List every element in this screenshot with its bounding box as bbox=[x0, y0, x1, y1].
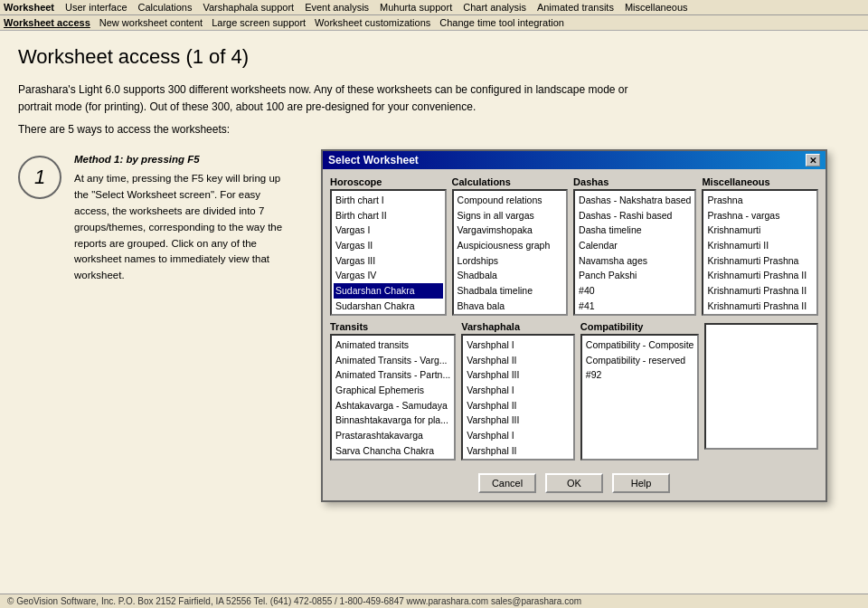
list-item[interactable]: Sudarshan Chakra bbox=[334, 283, 443, 299]
method-description: At any time, pressing the F5 key will br… bbox=[74, 171, 289, 284]
list-item[interactable]: Dasha timeline bbox=[577, 223, 693, 238]
list-item[interactable]: Prashna bbox=[705, 193, 815, 208]
list-item[interactable]: Bhava bala bbox=[456, 299, 565, 314]
list-item[interactable]: Krishnamurti II bbox=[705, 238, 815, 253]
list-item[interactable]: Vargas IV bbox=[334, 268, 443, 283]
calculations-header: Calculations bbox=[452, 176, 569, 187]
list-item[interactable]: Animated Transits - Varg... bbox=[334, 353, 452, 368]
menu-event-analysis[interactable]: Event analysis bbox=[305, 2, 369, 13]
method-text: Method 1: by pressing F5 At any time, pr… bbox=[74, 152, 289, 285]
dashas-column: Dashas Dashas - Nakshatra basedDashas - … bbox=[573, 176, 696, 316]
submenu-worksheet-access[interactable]: Worksheet access bbox=[4, 17, 90, 28]
compatibility-listbox[interactable]: Compatibility - CompositeCompatibility -… bbox=[580, 334, 700, 461]
menu-chart-analysis[interactable]: Chart analysis bbox=[463, 2, 526, 13]
list-item[interactable]: Compound relations bbox=[456, 193, 565, 208]
list-item[interactable]: Shadbala timeline bbox=[456, 283, 565, 299]
list-item[interactable]: Birth chart II bbox=[334, 208, 443, 223]
varshaphala-listbox[interactable]: Varshphal IVarshphal IIVarshphal IIIVars… bbox=[461, 334, 575, 461]
menu-varshaphala[interactable]: Varshaphala support bbox=[203, 2, 294, 13]
list-item[interactable]: Krishnamurti bbox=[705, 223, 815, 238]
list-item[interactable]: Graphical Ephemeris bbox=[334, 383, 452, 398]
menu-muhurta[interactable]: Muhurta support bbox=[380, 2, 452, 13]
list-item[interactable]: Varshphal III bbox=[465, 413, 571, 428]
menu-user-interface[interactable]: User interface bbox=[65, 2, 127, 13]
list-item[interactable]: Binnashtakavarga for pla... bbox=[334, 413, 452, 428]
list-item[interactable]: Krishnamurti Prashna II bbox=[705, 299, 815, 314]
list-item[interactable]: Animated transits bbox=[334, 337, 452, 353]
list-item[interactable]: Calendar bbox=[577, 238, 693, 253]
list-item[interactable]: Vargas I bbox=[334, 223, 443, 238]
miscellaneous-listbox[interactable]: PrashnaPrashna - vargasKrishnamurtiKrish… bbox=[702, 189, 818, 316]
transits-listbox[interactable]: Animated transitsAnimated Transits - Var… bbox=[330, 334, 456, 461]
dialog-title: Select Worksheet bbox=[328, 154, 419, 166]
list-item[interactable]: Dashas - Nakshatra based bbox=[577, 193, 693, 208]
list-item[interactable]: Krishnamurti Prashna bbox=[705, 253, 815, 269]
dashas-header: Dashas bbox=[573, 176, 696, 187]
list-item[interactable]: Varshphal I bbox=[465, 428, 571, 443]
intro-paragraph-2: There are 5 ways to access the worksheet… bbox=[18, 121, 651, 138]
dialog-titlebar: Select Worksheet ✕ bbox=[323, 151, 826, 169]
sub-menu-bar: Worksheet access New worksheet content L… bbox=[0, 15, 868, 31]
miscellaneous-column: Miscellaneous PrashnaPrashna - vargasKri… bbox=[702, 176, 818, 316]
list-item[interactable]: Sarva Chancha Chakra bbox=[334, 443, 452, 459]
varshaphala-column: Varshaphala Varshphal IVarshphal IIVarsh… bbox=[461, 321, 575, 461]
list-item[interactable]: Birth chart I bbox=[334, 193, 443, 208]
help-button[interactable]: Help bbox=[612, 473, 670, 493]
list-item[interactable]: Animated Transits - Partn... bbox=[334, 367, 452, 383]
list-item[interactable]: Navamsha ages bbox=[577, 253, 693, 269]
list-item[interactable]: Ashtakavarga - Samudaya bbox=[334, 398, 452, 413]
submenu-change-time[interactable]: Change time tool integration bbox=[439, 17, 564, 28]
dialog-buttons: Cancel OK Help bbox=[330, 468, 818, 493]
list-item[interactable]: Panch Pakshi bbox=[577, 268, 693, 283]
list-item[interactable]: Compatibility - Composite bbox=[584, 337, 696, 353]
varshaphala-header: Varshaphala bbox=[461, 321, 575, 332]
list-item[interactable]: Varshphal I bbox=[465, 383, 571, 398]
list-item[interactable]: Varshphal II bbox=[465, 443, 571, 459]
list-item[interactable]: Varshphal II bbox=[465, 353, 571, 368]
calculations-listbox[interactable]: Compound relationsSigns in all vargasVar… bbox=[452, 189, 569, 316]
list-item[interactable]: Vargas III bbox=[334, 253, 443, 269]
dashas-listbox[interactable]: Dashas - Nakshatra basedDashas - Rashi b… bbox=[573, 189, 696, 316]
list-item[interactable]: Vargas II bbox=[334, 238, 443, 253]
empty-listbox bbox=[704, 323, 818, 450]
menu-worksheet[interactable]: Worksheet bbox=[4, 2, 54, 13]
page-title: Worksheet access (1 of 4) bbox=[18, 45, 850, 69]
compatibility-header: Compatibility bbox=[580, 321, 700, 332]
list-item[interactable]: Varshphal III bbox=[465, 459, 571, 461]
submenu-large-screen[interactable]: Large screen support bbox=[212, 17, 306, 28]
list-item[interactable]: Shadbala bbox=[456, 268, 565, 283]
submenu-customizations[interactable]: Worksheet customizations bbox=[315, 17, 430, 28]
menu-animated-transits[interactable]: Animated transits bbox=[537, 2, 614, 13]
list-item[interactable]: Compatibility - reserved bbox=[584, 353, 696, 368]
list-item[interactable]: #40 bbox=[577, 283, 693, 299]
list-item[interactable]: Dashas - Rashi based bbox=[577, 208, 693, 223]
list-item[interactable]: Kaksha & dasha calendar bbox=[334, 459, 452, 461]
dialog-body: Horoscope Birth chart IBirth chart IIVar… bbox=[323, 169, 826, 500]
list-item[interactable]: Lordships bbox=[456, 253, 565, 269]
list-item[interactable]: #92 bbox=[584, 367, 696, 383]
list-item[interactable]: Krishnamurti Prashna II bbox=[705, 268, 815, 283]
list-item[interactable]: #41 bbox=[577, 299, 693, 314]
list-item[interactable]: Varshphal III bbox=[465, 367, 571, 383]
cancel-button[interactable]: Cancel bbox=[478, 473, 536, 493]
list-item[interactable]: Prastarashtakavarga bbox=[334, 428, 452, 443]
list-item[interactable]: Vargavimshopaka bbox=[456, 223, 565, 238]
list-item[interactable]: Prashna - vargas bbox=[705, 208, 815, 223]
top-worksheet-grid: Horoscope Birth chart IBirth chart IIVar… bbox=[330, 176, 818, 316]
method-container: 1 Method 1: by pressing F5 At any time, … bbox=[18, 152, 289, 285]
calculations-column: Calculations Compound relationsSigns in … bbox=[452, 176, 569, 316]
submenu-new-worksheet[interactable]: New worksheet content bbox=[99, 17, 203, 28]
list-item[interactable]: Krishnamurti Prashna II bbox=[705, 314, 815, 317]
list-item[interactable]: Signs in all vargas bbox=[456, 208, 565, 223]
list-item[interactable]: Declination bbox=[456, 314, 565, 317]
list-item[interactable]: Auspiciousness graph bbox=[456, 238, 565, 253]
menu-calculations[interactable]: Calculations bbox=[138, 2, 193, 13]
menu-miscellaneous[interactable]: Miscellaneous bbox=[625, 2, 688, 13]
list-item[interactable]: Varshphal II bbox=[465, 398, 571, 413]
dialog-close-button[interactable]: ✕ bbox=[806, 154, 820, 166]
list-item[interactable]: Sudarshan Chakra bbox=[334, 299, 443, 314]
horoscope-listbox[interactable]: Birth chart IBirth chart IIVargas IVarga… bbox=[330, 189, 447, 316]
list-item[interactable]: Varshphal I bbox=[465, 337, 571, 353]
list-item[interactable]: Krishnamurti Prashna II bbox=[705, 283, 815, 299]
ok-button[interactable]: OK bbox=[545, 473, 603, 493]
